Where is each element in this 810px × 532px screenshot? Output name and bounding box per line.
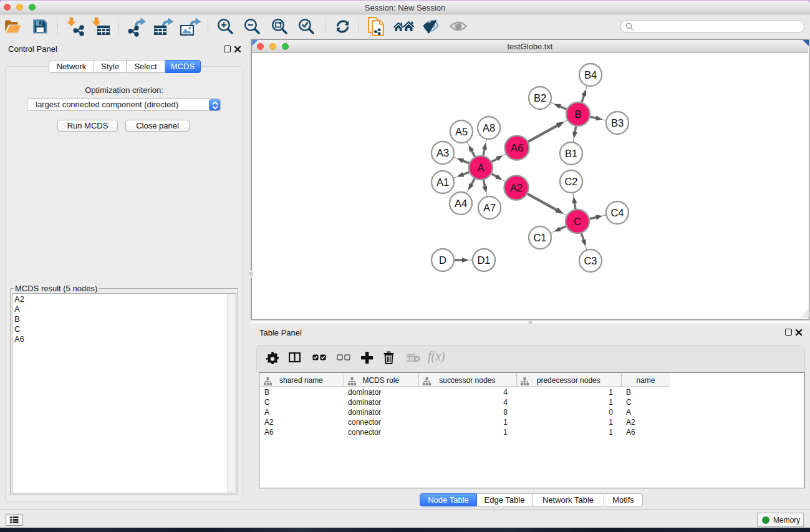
svg-text:D: D	[439, 254, 446, 266]
svg-text:A1: A1	[436, 177, 449, 188]
svg-text:A: A	[477, 162, 484, 173]
svg-text:B: B	[574, 109, 581, 120]
svg-text:C4: C4	[610, 207, 624, 218]
svg-text:A2: A2	[510, 182, 523, 193]
svg-text:B4: B4	[584, 69, 597, 80]
svg-text:A6: A6	[511, 142, 523, 153]
svg-text:A5: A5	[455, 126, 468, 137]
svg-text:C2: C2	[564, 176, 577, 187]
svg-text:A4: A4	[455, 198, 467, 209]
svg-text:C3: C3	[584, 255, 597, 266]
svg-text:A7: A7	[483, 202, 496, 213]
svg-text:B1: B1	[565, 148, 577, 159]
svg-text:C: C	[574, 216, 581, 227]
svg-text:A3: A3	[436, 147, 449, 158]
svg-text:C1: C1	[533, 232, 546, 243]
svg-text:A8: A8	[483, 122, 495, 133]
svg-text:B2: B2	[534, 92, 546, 104]
svg-text:D1: D1	[477, 254, 490, 266]
svg-text:B3: B3	[611, 117, 624, 128]
